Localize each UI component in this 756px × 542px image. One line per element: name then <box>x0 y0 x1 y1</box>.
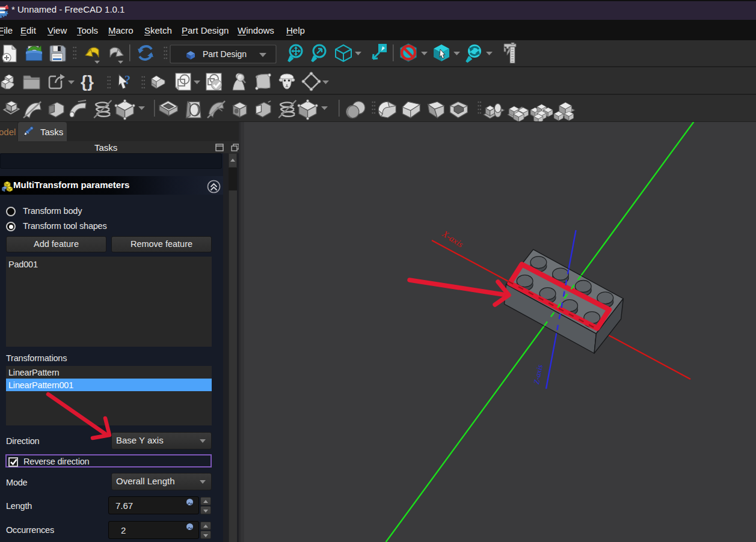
svg-text:{}: {} <box>81 72 94 91</box>
svg-text:?: ? <box>124 73 131 87</box>
svg-text:Part Design: Part Design <box>203 49 247 59</box>
